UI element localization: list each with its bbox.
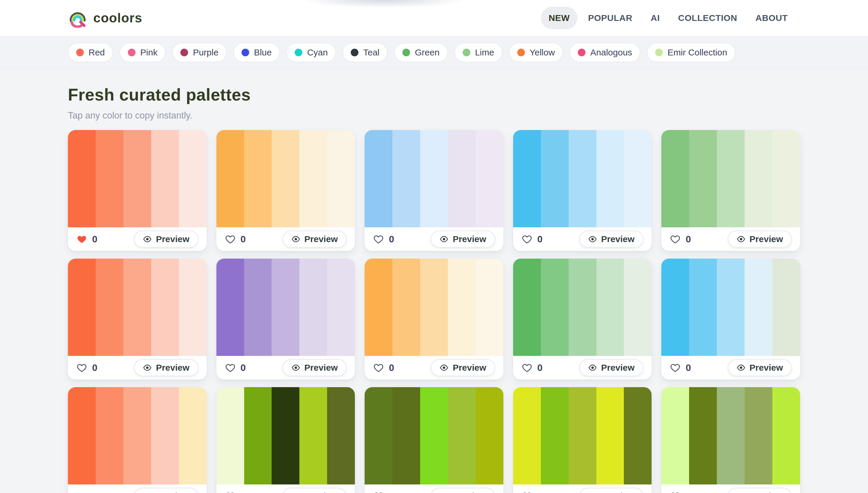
color-swatch[interactable] <box>569 259 597 356</box>
color-swatch[interactable] <box>420 130 448 227</box>
color-swatch[interactable] <box>661 130 689 227</box>
like-button[interactable]: 0 <box>76 234 97 245</box>
color-swatch[interactable] <box>476 130 503 227</box>
filter-chip-emir-collection[interactable]: Emir Collection <box>647 43 735 62</box>
preview-button[interactable]: Preview <box>134 231 198 248</box>
color-swatch[interactable] <box>689 130 717 227</box>
color-swatch[interactable] <box>179 130 207 227</box>
color-swatch[interactable] <box>476 259 503 356</box>
filter-chip-blue[interactable]: Blue <box>233 43 280 62</box>
preview-button[interactable]: Preview <box>283 231 347 248</box>
color-swatch[interactable] <box>151 259 179 356</box>
preview-button[interactable]: Preview <box>431 488 495 493</box>
preview-button[interactable]: Preview <box>728 231 792 248</box>
like-button[interactable]: 0 <box>373 491 394 493</box>
color-swatch[interactable] <box>327 259 355 356</box>
color-swatch[interactable] <box>96 387 123 485</box>
color-swatch[interactable] <box>661 259 689 356</box>
color-swatch[interactable] <box>745 130 772 227</box>
color-swatch[interactable] <box>661 387 689 485</box>
filter-chip-teal[interactable]: Teal <box>342 43 388 62</box>
preview-button[interactable]: Preview <box>431 231 495 248</box>
color-swatch[interactable] <box>365 130 392 227</box>
color-swatch[interactable] <box>179 387 207 485</box>
filter-chip-purple[interactable]: Purple <box>172 43 227 62</box>
like-button[interactable]: 0 <box>373 234 394 245</box>
color-swatch[interactable] <box>68 259 96 356</box>
color-swatch[interactable] <box>365 387 392 485</box>
color-swatch[interactable] <box>597 259 624 356</box>
color-swatch[interactable] <box>717 130 745 227</box>
preview-button[interactable]: Preview <box>134 488 198 493</box>
preview-button[interactable]: Preview <box>283 359 347 376</box>
filter-chip-red[interactable]: Red <box>68 43 113 62</box>
color-swatch[interactable] <box>448 130 476 227</box>
nav-item-about[interactable]: ABOUT <box>748 7 795 29</box>
color-swatch[interactable] <box>513 130 541 227</box>
color-swatch[interactable] <box>772 130 800 227</box>
color-swatch[interactable] <box>448 259 476 356</box>
color-swatch[interactable] <box>597 387 624 485</box>
like-button[interactable]: 0 <box>521 491 543 493</box>
color-swatch[interactable] <box>151 130 179 227</box>
color-swatch[interactable] <box>717 259 745 356</box>
color-swatch[interactable] <box>217 130 244 227</box>
like-button[interactable]: 0 <box>76 362 97 373</box>
filter-chip-lime[interactable]: Lime <box>455 43 503 62</box>
preview-button[interactable]: Preview <box>579 231 643 248</box>
color-swatch[interactable] <box>68 130 96 227</box>
color-swatch[interactable] <box>96 130 123 227</box>
color-swatch[interactable] <box>513 387 541 485</box>
like-button[interactable]: 0 <box>521 234 543 245</box>
color-swatch[interactable] <box>745 259 772 356</box>
color-swatch[interactable] <box>569 387 597 485</box>
color-swatch[interactable] <box>772 387 800 485</box>
color-swatch[interactable] <box>365 259 392 356</box>
color-swatch[interactable] <box>420 259 448 356</box>
color-swatch[interactable] <box>772 259 800 356</box>
color-swatch[interactable] <box>689 387 717 485</box>
color-swatch[interactable] <box>597 130 624 227</box>
color-swatch[interactable] <box>217 259 244 356</box>
color-swatch[interactable] <box>541 387 569 485</box>
color-swatch[interactable] <box>541 130 569 227</box>
color-swatch[interactable] <box>123 259 151 356</box>
color-swatch[interactable] <box>244 130 272 227</box>
color-swatch[interactable] <box>299 259 327 356</box>
color-swatch[interactable] <box>244 387 272 485</box>
color-swatch[interactable] <box>327 130 355 227</box>
color-swatch[interactable] <box>392 387 420 485</box>
preview-button[interactable]: Preview <box>283 488 347 493</box>
like-button[interactable]: 0 <box>521 362 543 373</box>
color-swatch[interactable] <box>151 387 179 485</box>
brand[interactable]: coolors <box>68 8 142 28</box>
color-swatch[interactable] <box>717 387 745 485</box>
color-swatch[interactable] <box>689 259 717 356</box>
color-swatch[interactable] <box>123 387 151 485</box>
color-swatch[interactable] <box>96 259 123 356</box>
preview-button[interactable]: Preview <box>579 488 643 493</box>
preview-button[interactable]: Preview <box>579 359 643 376</box>
filter-chip-green[interactable]: Green <box>394 43 448 62</box>
like-button[interactable]: 0 <box>76 491 97 493</box>
like-button[interactable]: 0 <box>670 362 691 373</box>
color-swatch[interactable] <box>299 387 327 485</box>
filter-chip-cyan[interactable]: Cyan <box>286 43 336 62</box>
preview-button[interactable]: Preview <box>134 359 198 376</box>
preview-button[interactable]: Preview <box>728 359 792 376</box>
color-swatch[interactable] <box>271 387 299 485</box>
filter-chip-analogous[interactable]: Analogous <box>569 43 640 62</box>
like-button[interactable]: 0 <box>373 362 394 373</box>
color-swatch[interactable] <box>476 387 503 485</box>
color-swatch[interactable] <box>68 387 96 485</box>
color-swatch[interactable] <box>271 130 299 227</box>
filter-chip-pink[interactable]: Pink <box>120 43 166 62</box>
nav-item-popular[interactable]: POPULAR <box>581 7 640 29</box>
color-swatch[interactable] <box>327 387 355 485</box>
color-swatch[interactable] <box>745 387 772 485</box>
color-swatch[interactable] <box>513 259 541 356</box>
preview-button[interactable]: Preview <box>728 488 792 493</box>
filter-chip-yellow[interactable]: Yellow <box>509 43 563 62</box>
color-swatch[interactable] <box>569 130 597 227</box>
like-button[interactable]: 0 <box>225 491 246 493</box>
